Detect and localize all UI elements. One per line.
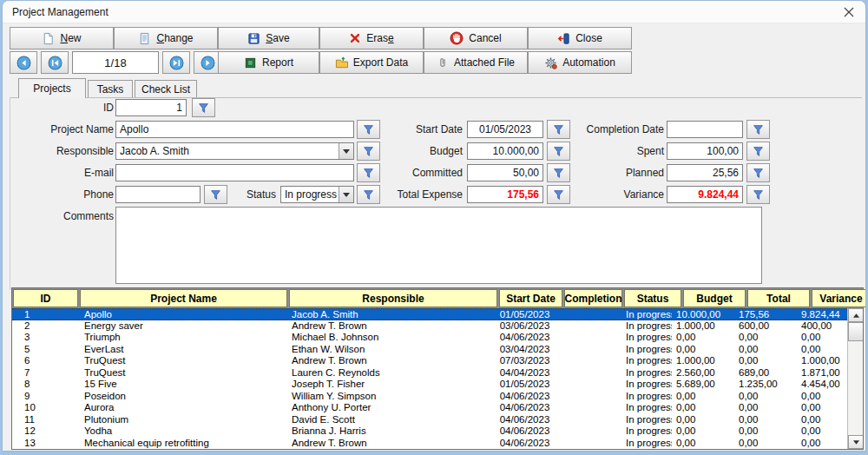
chevron-down-icon[interactable] xyxy=(339,187,353,202)
titlebar: Project Management xyxy=(3,1,865,23)
first-arrow-icon xyxy=(48,56,62,70)
chevron-down-icon[interactable] xyxy=(339,143,353,159)
table-row[interactable]: 1 Apollo Jacob A. Smith 01/05/2023 In pr… xyxy=(12,308,863,320)
table-row[interactable]: 12 Yodha Brianna J. Harris 04/06/2023 In… xyxy=(12,425,863,438)
committed-input[interactable] xyxy=(467,164,543,181)
cancel-button[interactable]: Cancel xyxy=(424,27,528,49)
completion-date-input[interactable] xyxy=(667,121,743,138)
cell-project-name: TruQuest xyxy=(77,367,285,379)
planned-filter-button[interactable] xyxy=(746,163,770,182)
cell-completion xyxy=(556,438,615,450)
email-input[interactable] xyxy=(115,164,354,181)
cell-start-date: 03/06/2023 xyxy=(493,320,556,333)
cell-project-name: Aurora xyxy=(77,402,285,414)
cell-id: 10 xyxy=(12,402,77,414)
table-row[interactable]: 11 Plutonium David E. Scott 04/06/2023 I… xyxy=(12,414,863,426)
table-row[interactable]: 7 TruQuest Lauren C. Reynolds 04/04/2023… xyxy=(12,367,863,379)
erase-button[interactable]: Erase xyxy=(319,27,424,49)
table-row[interactable]: 8 15 Five Joseph T. Fisher 01/05/2023 In… xyxy=(12,379,863,391)
cell-total: 1.235,00 xyxy=(734,379,797,391)
column-header-start-date[interactable]: Start Date xyxy=(499,289,562,307)
table-row[interactable]: 2 Energy saver Andrew T. Brown 03/06/202… xyxy=(12,320,863,333)
variance-input[interactable] xyxy=(667,186,743,203)
change-button[interactable]: Change xyxy=(114,27,218,49)
table-row[interactable]: 9 Poseidon William Y. Simpson 04/06/2023… xyxy=(12,391,863,403)
cell-id: 8 xyxy=(12,379,77,391)
planned-input[interactable] xyxy=(667,164,743,181)
spent-filter-button[interactable] xyxy=(746,142,770,161)
table-row[interactable]: 13 Mechanical equip retrofitting Andrew … xyxy=(12,438,863,450)
cancel-button-label: Cancel xyxy=(469,32,501,44)
table-row[interactable]: 3 Triumph Michael B. Johnson 04/06/2023 … xyxy=(12,332,863,344)
cell-responsible: Jacob A. Smith xyxy=(285,309,493,320)
cell-budget: 0,00 xyxy=(672,402,734,414)
scroll-up-button[interactable] xyxy=(848,308,863,322)
last-record-button[interactable] xyxy=(162,51,190,74)
cell-status: In progress xyxy=(615,379,672,391)
cell-project-name: Apollo xyxy=(77,309,285,320)
cell-completion xyxy=(556,402,615,414)
variance-filter-button[interactable] xyxy=(746,185,770,204)
window-close-button[interactable] xyxy=(843,6,855,18)
save-button[interactable]: Save xyxy=(218,27,319,49)
column-header-total[interactable]: Total xyxy=(747,289,810,307)
tab-projects-label: Projects xyxy=(33,82,70,95)
record-counter[interactable]: 1/18 xyxy=(72,51,159,74)
id-input[interactable] xyxy=(115,99,187,116)
scroll-down-button[interactable] xyxy=(848,435,863,449)
cell-completion xyxy=(556,414,615,426)
cell-start-date: 04/04/2023 xyxy=(493,367,556,379)
prev-record-button[interactable] xyxy=(10,51,37,74)
attached-file-button[interactable]: Attached File xyxy=(424,51,528,74)
window-title: Project Management xyxy=(12,6,108,18)
close-window-button[interactable]: Close xyxy=(528,27,632,49)
exit-door-icon xyxy=(557,32,570,45)
status-label: Status xyxy=(215,186,276,203)
comments-textarea[interactable] xyxy=(115,207,762,284)
spent-input[interactable] xyxy=(667,142,743,160)
report-ledger-icon xyxy=(244,56,257,69)
completion-date-filter-button[interactable] xyxy=(746,120,770,139)
column-header-project-name[interactable]: Project Name xyxy=(80,289,287,307)
column-header-variance[interactable]: Variance xyxy=(812,289,866,307)
filter-funnel-icon xyxy=(363,189,374,201)
id-filter-button[interactable] xyxy=(192,98,215,117)
automation-button[interactable]: Automation xyxy=(528,51,632,74)
total-expense-input[interactable] xyxy=(467,186,543,203)
cell-budget: 0,00 xyxy=(672,425,734,438)
table-row[interactable]: 10 Aurora Anthony U. Porter 04/06/2023 I… xyxy=(12,402,863,414)
responsible-select[interactable]: Jacob A. Smith xyxy=(115,142,354,160)
vertical-scrollbar[interactable] xyxy=(847,308,863,449)
table-row[interactable]: 6 TruQuest Andrew T. Brown 07/03/2023 In… xyxy=(12,355,863,367)
scrollbar-thumb[interactable] xyxy=(848,322,863,341)
status-select[interactable]: In progress xyxy=(280,186,354,203)
filter-funnel-icon xyxy=(553,146,564,157)
start-date-input[interactable] xyxy=(467,121,543,138)
column-header-id[interactable]: ID xyxy=(13,289,78,307)
cell-id: 6 xyxy=(12,355,77,367)
table-row[interactable]: 5 EverLast Ethan W. Wilson 03/04/2023 In… xyxy=(12,344,863,356)
project-name-input[interactable] xyxy=(115,121,354,138)
budget-input[interactable] xyxy=(467,142,543,160)
cell-completion xyxy=(556,367,615,379)
new-button[interactable]: New xyxy=(10,27,114,49)
cell-start-date: 04/06/2023 xyxy=(493,438,556,450)
cell-budget: 0,00 xyxy=(672,438,734,450)
tab-check-list[interactable]: Check List xyxy=(135,80,197,98)
export-data-button[interactable]: Export Data xyxy=(319,51,424,74)
column-header-completion[interactable]: Completion xyxy=(564,289,622,307)
column-header-responsible[interactable]: Responsible xyxy=(289,289,497,307)
cell-id: 12 xyxy=(12,425,77,438)
first-record-button[interactable] xyxy=(41,51,69,74)
report-button[interactable]: Report xyxy=(218,51,319,74)
phone-input[interactable] xyxy=(115,186,201,203)
tab-tasks[interactable]: Tasks xyxy=(88,80,133,98)
column-header-budget[interactable]: Budget xyxy=(683,289,746,307)
start-date-label: Start Date xyxy=(376,121,463,138)
report-button-label: Report xyxy=(262,56,293,69)
planned-label: Planned xyxy=(567,164,664,181)
cell-status: In progress xyxy=(615,355,672,367)
tab-projects[interactable]: Projects xyxy=(18,78,86,98)
save-disk-icon xyxy=(247,32,260,45)
column-header-status[interactable]: Status xyxy=(624,289,681,307)
